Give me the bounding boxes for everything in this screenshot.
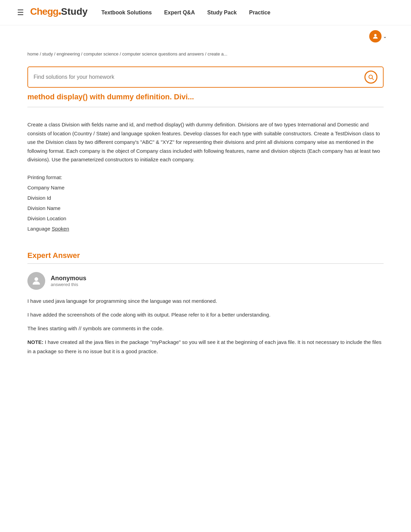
printing-format-label: Printing format:: [27, 172, 384, 183]
nav-study-pack[interactable]: Study Pack: [207, 10, 237, 16]
question-body: Create a class Division with fields name…: [0, 110, 411, 241]
anonymous-avatar-icon: [31, 275, 42, 286]
printing-item-language-spoken: Language Spoken: [27, 224, 384, 234]
logo-dot: [59, 12, 61, 15]
answer-para-3: The lines starting with // symbols are c…: [27, 324, 384, 333]
answer-note-text: I have created all the java files in the…: [27, 339, 382, 354]
search-section: [0, 60, 411, 88]
expert-answer-divider: [27, 263, 384, 264]
expert-answer-section: Expert Answer Anonymous answered this I …: [0, 241, 411, 363]
search-icon: [368, 74, 374, 80]
logo[interactable]: CheggStudy: [30, 6, 88, 19]
logo-study-text: Study: [61, 6, 88, 17]
main-nav: Textbook Solutions Expert Q&A Study Pack…: [101, 10, 390, 16]
answerer-name: Anonymous: [51, 275, 86, 282]
question-text: Create a class Division with fields name…: [27, 120, 384, 164]
chevron-down-icon: ⌄: [383, 34, 387, 39]
nav-practice[interactable]: Practice: [249, 10, 270, 16]
search-button[interactable]: [364, 71, 377, 84]
answer-note-prefix: NOTE:: [27, 339, 45, 345]
title-divider: [27, 107, 384, 107]
svg-point-0: [374, 34, 377, 36]
printing-item-company-name: Company Name: [27, 183, 384, 193]
answerer-info: Anonymous answered this: [51, 275, 86, 287]
header: ☰ CheggStudy Textbook Solutions Expert Q…: [0, 0, 411, 25]
language-spoken-underlined: Spoken: [52, 226, 69, 232]
search-bar: [27, 66, 384, 88]
answer-para-1: I have used java language for programmin…: [27, 297, 384, 306]
breadcrumb-bar: home / study / engineering / computer sc…: [0, 47, 411, 60]
user-account-button[interactable]: ⌄: [369, 30, 387, 42]
answer-para-2: I have added the screenshots of the code…: [27, 310, 384, 319]
user-avatar-row: ⌄: [0, 25, 411, 47]
printing-items: Printing format: Company Name Division I…: [27, 172, 384, 234]
expert-answer-title: Expert Answer: [27, 251, 384, 260]
nav-expert-qa[interactable]: Expert Q&A: [164, 10, 195, 16]
hamburger-menu-icon[interactable]: ☰: [17, 8, 24, 17]
nav-textbook-solutions[interactable]: Textbook Solutions: [101, 10, 152, 16]
question-title: method display() with dummy definition. …: [0, 88, 411, 104]
svg-line-2: [372, 78, 373, 79]
svg-point-3: [35, 277, 38, 281]
breadcrumb: home / study / engineering / computer sc…: [27, 51, 227, 57]
search-input[interactable]: [34, 74, 364, 80]
printing-item-division-location: Division Location: [27, 213, 384, 224]
printing-item-division-id: Division Id: [27, 193, 384, 203]
answerer-avatar: [27, 272, 45, 290]
user-avatar: [369, 30, 382, 42]
answerer-label: answered this: [51, 282, 86, 287]
answer-note: NOTE: I have created all the java files …: [27, 338, 384, 356]
logo-chegg-text: Chegg: [30, 6, 58, 17]
answerer-row: Anonymous answered this: [27, 272, 384, 290]
printing-item-division-name: Division Name: [27, 203, 384, 213]
